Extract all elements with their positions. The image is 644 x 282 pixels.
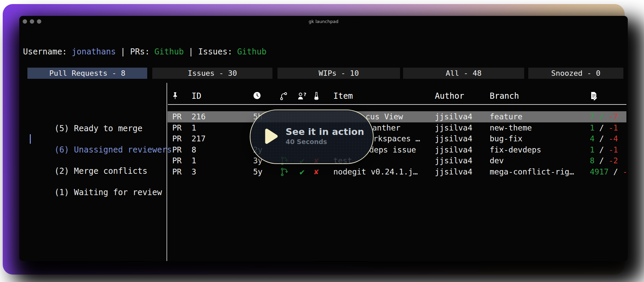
row-id: 3: [192, 166, 196, 178]
tab-snoozed[interactable]: Snoozed - 0: [528, 68, 623, 79]
table-row[interactable]: PR 1 anther jjsilva4 new-theme 1 / -1: [168, 122, 626, 134]
row-author: jjsilva4: [435, 155, 472, 166]
header-underline: [168, 104, 626, 105]
row-type: PR: [172, 166, 182, 178]
row-id: 8: [192, 144, 196, 156]
row-branch: dev: [490, 155, 504, 166]
overlay-title: See it in action: [286, 126, 364, 137]
row-diff: 1 / -1: [590, 144, 618, 156]
row-author: jjsilva4: [435, 144, 472, 156]
selection-cursor: [30, 134, 31, 144]
issues-label: Issues:: [198, 47, 232, 56]
demo-overlay-play-button[interactable]: See it in action 40 Seconds: [250, 110, 374, 164]
row-type: PR: [172, 155, 182, 166]
tab-issues[interactable]: Issues - 30: [152, 68, 272, 79]
column-header-author: Author: [435, 90, 464, 102]
sidebar-item-merge-conflicts[interactable]: (2) Merge conflicts: [35, 155, 147, 166]
row-branch: mega-conflict-rig…: [490, 166, 574, 178]
svg-text:?: ?: [304, 92, 306, 97]
app-window: gk launchpad Username:jonathans|PRs:Gith…: [19, 16, 628, 261]
pr-branch-icon: [281, 167, 288, 178]
row-branch: feature: [490, 111, 523, 122]
row-id: 216: [192, 111, 206, 122]
separator: |: [188, 47, 193, 56]
reviewer-icon: ?: [297, 92, 308, 101]
row-type: PR: [172, 133, 182, 144]
row-type: PR: [172, 111, 182, 122]
prs-label: PRs:: [130, 47, 150, 56]
checks-icon: [314, 92, 319, 101]
diff-file-icon: [590, 92, 598, 101]
table-row[interactable]: PR 8 2y deps issue jjsilva4 fix-devdeps …: [168, 144, 626, 156]
issues-value: Github: [237, 47, 267, 56]
table-header: ID ? Item Author Branch: [168, 90, 626, 102]
pull-request-icon: [279, 92, 288, 101]
row-branch: bug-fix: [490, 133, 523, 144]
row-diff: 4917 / -4917: [590, 166, 626, 178]
row-branch: fix-devdeps: [490, 144, 541, 156]
row-branch: new-theme: [490, 122, 532, 134]
table-row[interactable]: PR 217 rkspaces … jjsilva4 bug-fix 4 / -…: [168, 133, 626, 144]
row-diff: 1 / -1: [590, 122, 618, 134]
row-author: jjsilva4: [435, 122, 472, 134]
play-icon: [265, 127, 278, 146]
row-item: cus View: [365, 111, 403, 122]
tab-wips[interactable]: WIPs - 10: [277, 68, 400, 79]
clock-icon: [253, 92, 261, 101]
row-author: jjsilva4: [435, 166, 472, 178]
row-id: 217: [192, 133, 206, 144]
status-line: Username:jonathans|PRs:Github|Issues:Git…: [23, 46, 271, 57]
tab-all[interactable]: All - 48: [403, 68, 524, 79]
overlay-subtitle: 40 Seconds: [286, 138, 364, 145]
row-author: jjsilva4: [435, 111, 472, 122]
separator: |: [120, 47, 125, 56]
screenshot-stage: gk launchpad Username:jonathans|PRs:Gith…: [0, 0, 644, 282]
overlay-text: See it in action 40 Seconds: [286, 126, 364, 145]
table-row[interactable]: PR 216 5h cus View jjsilva4 feature 7 / …: [168, 111, 626, 122]
check-icon: ✔: [299, 166, 305, 178]
row-id: 1: [192, 155, 196, 166]
row-diff: 8 / -2: [590, 155, 618, 166]
row-item: deps issue: [369, 144, 416, 156]
row-item: nodegit v0.24.1.j…: [333, 166, 418, 178]
row-type: PR: [172, 144, 182, 156]
column-header-id: ID: [192, 90, 201, 102]
cross-icon: ✘: [314, 166, 319, 178]
sidebar-divider: [166, 83, 167, 261]
column-header-item: Item: [333, 90, 353, 102]
row-diff: 7 / -7: [590, 111, 618, 122]
sidebar-item-ready-to-merge[interactable]: (5) Ready to merge: [35, 112, 142, 123]
row-item: rkspaces …: [373, 133, 420, 144]
username-value: jonathans: [72, 47, 116, 56]
tab-pull-requests[interactable]: Pull Requests - 8: [27, 68, 147, 79]
column-header-branch: Branch: [490, 90, 519, 102]
row-id: 1: [192, 122, 196, 134]
terminal: Username:jonathans|PRs:Github|Issues:Git…: [19, 16, 628, 261]
row-item: anther: [372, 122, 400, 134]
table-row[interactable]: PR 3 5y ✔ ✘ nodegit v0.24.1.j… jjsilva4 …: [168, 166, 626, 178]
row-time: 5y: [253, 166, 263, 178]
sidebar-item-unassigned-reviewers[interactable]: (6) Unassigned reviewers: [35, 134, 172, 144]
pin-icon: [172, 92, 178, 101]
table-row[interactable]: PR 1 3y ✔ ✘ test jjsilva4 dev 8 / -2: [168, 155, 626, 166]
prs-value: Github: [154, 47, 184, 56]
username-label: Username:: [23, 47, 67, 56]
pr-table: PR 216 5h cus View jjsilva4 feature 7 / …: [168, 111, 626, 179]
sidebar-item-waiting-for-review[interactable]: (1) Waiting for review: [35, 176, 162, 187]
row-diff: 4 / -4: [590, 133, 618, 144]
row-type: PR: [172, 122, 182, 134]
row-author: jjsilva4: [435, 133, 472, 144]
